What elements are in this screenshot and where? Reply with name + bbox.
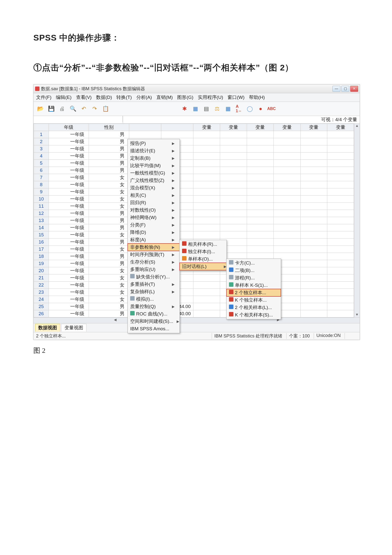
row-number[interactable]: 19 xyxy=(34,260,49,267)
table-row[interactable]: 7一年级女 xyxy=(34,174,354,181)
row-number[interactable]: 9 xyxy=(34,188,49,195)
cell-sex[interactable]: 女 xyxy=(89,181,129,188)
table-row[interactable]: 21一年级女 xyxy=(34,274,354,281)
menu-item[interactable]: 旧对话框(L)▶ xyxy=(180,263,232,270)
recall-icon[interactable]: 🔍 xyxy=(68,104,78,113)
cell-sex[interactable]: 男 xyxy=(89,145,129,152)
cell-grade[interactable]: 一年级 xyxy=(49,274,89,281)
row-number[interactable]: 8 xyxy=(34,181,49,188)
menu-item[interactable]: K 个独立样本... xyxy=(227,296,281,304)
menu-item[interactable]: 生存分析(S)▶ xyxy=(128,258,181,266)
col-var[interactable]: 变量 xyxy=(300,124,327,131)
col-hidden-1[interactable] xyxy=(129,124,161,131)
cell-ref-box[interactable] xyxy=(34,116,123,122)
table-row[interactable]: 6一年级男 xyxy=(34,167,354,174)
menu-direct[interactable]: 直销(M) xyxy=(156,94,173,101)
cell-grade[interactable]: 一年级 xyxy=(49,195,89,202)
menu-item[interactable]: 非参数检验(N)▶ xyxy=(128,244,181,251)
cell-sex[interactable]: 男 xyxy=(89,310,129,317)
undo-icon[interactable]: ↶ xyxy=(79,104,88,113)
table-row[interactable]: 3一年级男 xyxy=(34,145,354,152)
menu-item[interactable]: 卡方(C)... xyxy=(227,259,281,267)
open-icon[interactable]: 📂 xyxy=(36,104,45,113)
menu-item[interactable]: 对数线性(O)▶ xyxy=(128,206,181,214)
cell-grade[interactable]: 一年级 xyxy=(49,152,89,159)
table-row[interactable]: 15一年级女 xyxy=(34,231,354,238)
row-number[interactable]: 20 xyxy=(34,267,49,274)
col-var[interactable]: 变量 xyxy=(247,124,273,131)
cell-sex[interactable]: 男 xyxy=(89,217,129,224)
cell-sex[interactable]: 女 xyxy=(89,195,129,202)
cell-sex[interactable]: 女 xyxy=(89,281,129,289)
cell-sex[interactable]: 男 xyxy=(89,131,129,138)
row-number[interactable]: 12 xyxy=(34,210,49,217)
table-row[interactable]: 12一年级男 xyxy=(34,210,354,217)
menu-item[interactable]: 模拟(I)... xyxy=(128,295,181,303)
row-number[interactable]: 10 xyxy=(34,195,49,202)
menu-graph[interactable]: 图形(G) xyxy=(177,94,193,101)
cell-sex[interactable]: 女 xyxy=(89,245,129,253)
cell-grade[interactable]: 一年级 xyxy=(49,303,89,310)
cell-grade[interactable]: 一年级 xyxy=(49,296,89,303)
col-hidden-2[interactable] xyxy=(161,124,193,131)
row-number[interactable]: 15 xyxy=(34,231,49,238)
menu-window[interactable]: 窗口(W) xyxy=(227,94,245,101)
menu-edit[interactable]: 编辑(E) xyxy=(56,94,71,101)
cell-sex[interactable]: 女 xyxy=(89,202,129,210)
row-number[interactable]: 21 xyxy=(34,274,49,281)
cell-grade[interactable]: 一年级 xyxy=(49,267,89,274)
row-number[interactable]: 25 xyxy=(34,303,49,310)
menu-item[interactable]: 描述统计(E)▶ xyxy=(128,147,181,155)
cell-sex[interactable]: 男 xyxy=(89,238,129,245)
cell-grade[interactable]: 一年级 xyxy=(49,174,89,181)
cell-sex[interactable]: 女 xyxy=(89,231,129,238)
tb-icon-8[interactable]: ● xyxy=(256,104,265,113)
table-row[interactable]: 5一年级男 xyxy=(34,159,354,167)
menu-item[interactable]: 单样本(O)... xyxy=(180,255,232,263)
cell-sex[interactable]: 女 xyxy=(89,289,129,296)
cell-grade[interactable]: 一年级 xyxy=(49,167,89,174)
row-number[interactable]: 26 xyxy=(34,310,49,317)
table-row[interactable]: 2一年级男 xyxy=(34,138,354,145)
redo-icon[interactable]: ↷ xyxy=(90,104,99,113)
data-grid[interactable]: 年级 性别 变量 变量 变量 变量 变量 变量 1一年级男2一年级男3一年级 xyxy=(34,124,354,317)
table-row[interactable]: 8一年级女 xyxy=(34,181,354,188)
menu-view[interactable]: 查看(V) xyxy=(76,94,92,101)
goto-icon[interactable]: 📋 xyxy=(101,104,110,113)
col-sex[interactable]: 性别 xyxy=(89,124,129,131)
menu-item[interactable]: 降维(D)▶ xyxy=(128,229,181,236)
cell-grade[interactable]: 一年级 xyxy=(49,202,89,210)
row-number[interactable]: 4 xyxy=(34,152,49,159)
row-number[interactable]: 23 xyxy=(34,289,49,296)
menu-item[interactable]: 神经网络(W)▶ xyxy=(128,214,181,221)
table-row[interactable]: 23一年级女 xyxy=(34,289,354,296)
menu-transform[interactable]: 转换(T) xyxy=(116,94,132,101)
cell-sex[interactable]: 女 xyxy=(89,274,129,281)
table-row[interactable]: 13一年级男 xyxy=(34,217,354,224)
menu-item[interactable]: 广义线性模型(Z)▶ xyxy=(128,177,181,184)
tb-spellcheck-icon[interactable]: ABC xyxy=(267,104,276,113)
tb-icon-3[interactable]: ▤ xyxy=(202,104,211,113)
cell-grade[interactable]: 一年级 xyxy=(49,145,89,152)
row-number[interactable]: 22 xyxy=(34,281,49,289)
row-number[interactable]: 18 xyxy=(34,253,49,260)
tb-icon-1[interactable]: ✱ xyxy=(180,104,189,113)
row-number[interactable]: 14 xyxy=(34,224,49,231)
cell-grade[interactable]: 一年级 xyxy=(49,281,89,289)
table-row[interactable]: 4一年级男 xyxy=(34,152,354,159)
menu-item[interactable]: 回归(R)▶ xyxy=(128,199,181,206)
menu-item[interactable]: 一般线性模型(G)▶ xyxy=(128,169,181,177)
cell-grade[interactable]: 一年级 xyxy=(49,260,89,267)
tb-icon-7[interactable]: ◯ xyxy=(245,104,254,113)
menu-item[interactable]: 多重响应(U)▶ xyxy=(128,266,181,273)
cell-sex[interactable]: 男 xyxy=(89,303,129,310)
menu-item[interactable]: 空间和时间建模(S)...▶ xyxy=(128,318,181,325)
row-number[interactable]: 6 xyxy=(34,167,49,174)
horizontal-scrollbar[interactable]: ◀ ▶ xyxy=(34,317,360,323)
cell-v1[interactable] xyxy=(129,131,161,138)
cell-sex[interactable]: 女 xyxy=(89,296,129,303)
table-row[interactable]: 11一年级女 xyxy=(34,202,354,210)
scroll-down-icon[interactable]: ▼ xyxy=(354,312,360,317)
cell-grade[interactable]: 一年级 xyxy=(49,253,89,260)
row-number[interactable]: 13 xyxy=(34,217,49,224)
